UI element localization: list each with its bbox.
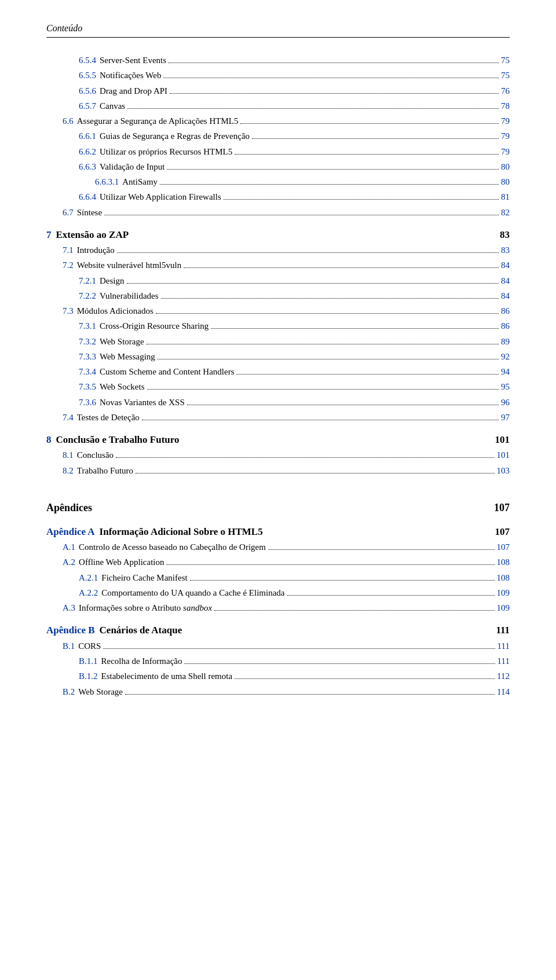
toc-entry: 7.3.5Web Sockets95 bbox=[46, 380, 510, 394]
chapter-heading: 8Conclusão e Trabalho Futuro101 bbox=[46, 432, 510, 447]
toc-entry: 6.6.3Validação de Input80 bbox=[46, 160, 510, 174]
toc-page-number: 84 bbox=[501, 274, 510, 288]
toc-entry-text: Informações sobre o Atributo sandbox bbox=[79, 601, 212, 615]
toc-entry-label: 6.7 bbox=[63, 206, 74, 219]
appendix-chapter-label: Apêndice B bbox=[46, 623, 95, 638]
toc-entry-text: CORS bbox=[78, 640, 101, 653]
toc-page-number: 109 bbox=[497, 586, 510, 600]
toc-entry-text: Testes de Deteção bbox=[77, 411, 140, 424]
toc-entry-text: Web Storage bbox=[78, 685, 123, 699]
toc-entry-text: Conclusão bbox=[77, 449, 114, 462]
toc-entry-label: 8.2 bbox=[63, 464, 74, 478]
toc-entry: 6.6Assegurar a Segurança de Aplicações H… bbox=[46, 115, 510, 128]
appendix-chapter-heading: Apêndice AInformação Adicional Sobre o H… bbox=[46, 524, 510, 539]
toc-entry-label: 7.2.2 bbox=[79, 289, 96, 303]
toc-entry-label: 6.6.4 bbox=[79, 190, 96, 204]
toc-dots bbox=[252, 138, 499, 139]
toc-dots bbox=[160, 184, 499, 185]
toc-entry: 7.2.2Vulnerabilidades84 bbox=[46, 289, 510, 303]
toc-entry-text: Estabelecimento de uma Shell remota bbox=[101, 670, 233, 683]
toc-dots bbox=[161, 298, 499, 299]
toc-page-number: 75 bbox=[501, 69, 510, 82]
toc-page-number: 79 bbox=[501, 115, 510, 128]
toc-entry-label: 6.5.5 bbox=[79, 69, 96, 82]
toc-dots bbox=[235, 678, 495, 679]
appendix-chapter-page: 111 bbox=[496, 623, 510, 638]
toc-page-number: 81 bbox=[501, 190, 510, 204]
toc-entry: 7.1Introdução83 bbox=[46, 244, 510, 257]
toc-page-number: 84 bbox=[501, 289, 510, 303]
toc-dots bbox=[184, 267, 499, 268]
toc-dots bbox=[235, 154, 499, 155]
chapter-heading: 7Extensão ao ZAP83 bbox=[46, 227, 510, 243]
toc-entry-label: 6.5.7 bbox=[79, 100, 96, 113]
appendix-chapter-heading: Apêndice BCenários de Ataque111 bbox=[46, 623, 510, 638]
toc-dots bbox=[103, 648, 495, 649]
toc-page-number: 78 bbox=[501, 100, 510, 113]
toc-entry-label: 8.1 bbox=[63, 449, 74, 462]
toc-entry-label: A.2.1 bbox=[79, 571, 98, 585]
toc-dots bbox=[116, 457, 494, 458]
toc-entry-label: A.2 bbox=[63, 556, 75, 569]
toc-page-number: 80 bbox=[501, 175, 510, 189]
toc-page-number: 95 bbox=[501, 380, 510, 394]
toc-entry-text: Vulnerabilidades bbox=[100, 289, 159, 303]
toc-page-number: 108 bbox=[497, 556, 510, 569]
toc-page-number: 94 bbox=[501, 365, 510, 379]
toc-page-number: 80 bbox=[501, 160, 510, 174]
toc-entry-text: Web Messaging bbox=[100, 350, 155, 364]
toc-entry: 8.2Trabalho Futuro103 bbox=[46, 464, 510, 478]
toc-entry-text: Novas Variantes de XSS bbox=[100, 396, 185, 409]
toc-entry: 6.6.4Utilizar Web Application Firewalls8… bbox=[46, 190, 510, 204]
toc-entry-label: 7.3.5 bbox=[79, 380, 96, 394]
chapter-number: 7 bbox=[46, 227, 52, 243]
toc-entry-label: 6.6.1 bbox=[79, 130, 96, 143]
toc-container: 6.5.4Server-Sent Events756.5.5Notificaçõ… bbox=[46, 54, 510, 699]
toc-dots bbox=[147, 389, 499, 390]
toc-dots bbox=[166, 564, 494, 565]
toc-entry: A.1Controlo de Acesso baseado no Cabeçal… bbox=[46, 541, 510, 554]
chapter-title: Extensão ao ZAP bbox=[56, 227, 500, 243]
toc-dots bbox=[147, 344, 499, 344]
toc-entry: 6.5.7Canvas78 bbox=[46, 100, 510, 113]
toc-entry-text: Recolha de Informação bbox=[101, 655, 182, 668]
toc-entry: 7.3.2Web Storage89 bbox=[46, 335, 510, 348]
toc-entry-text: Server-Sent Events bbox=[100, 54, 166, 67]
toc-entry-label: 7.3.2 bbox=[79, 335, 96, 348]
toc-entry-text: Design bbox=[100, 274, 125, 288]
toc-entry-text: Assegurar a Segurança de Aplicações HTML… bbox=[77, 115, 239, 128]
appendix-chapter-label: Apêndice A bbox=[46, 524, 95, 539]
toc-entry: 6.5.5Notificações Web75 bbox=[46, 69, 510, 82]
toc-entry: 6.6.3.1AntiSamy80 bbox=[46, 175, 510, 189]
toc-entry-text: Website vulnerável html5vuln bbox=[77, 259, 181, 272]
toc-entry-label: B.1.2 bbox=[79, 670, 98, 683]
toc-entry: 7.3.6Novas Variantes de XSS96 bbox=[46, 396, 510, 409]
toc-entry-label: 7.3.4 bbox=[79, 365, 96, 379]
chapter-page: 83 bbox=[500, 227, 510, 243]
toc-page-number: 84 bbox=[501, 259, 510, 272]
appendix-chapter-title: Cenários de Ataque bbox=[100, 623, 496, 638]
toc-entry-text: Introdução bbox=[77, 244, 115, 257]
toc-dots bbox=[184, 663, 495, 664]
toc-entry: 6.6.1Guias de Segurança e Regras de Prev… bbox=[46, 130, 510, 143]
toc-entry: 6.6.2Utilizar os próprios Recursos HTML5… bbox=[46, 145, 510, 159]
toc-page-number: 111 bbox=[498, 640, 510, 653]
toc-entry: A.2.1Ficheiro Cache Manifest108 bbox=[46, 571, 510, 585]
appendix-chapter-page: 107 bbox=[495, 524, 510, 539]
toc-entry: 7.4Testes de Deteção97 bbox=[46, 411, 510, 424]
toc-dots bbox=[240, 123, 499, 124]
toc-page-number: 107 bbox=[497, 541, 510, 554]
toc-entry-label: 6.5.4 bbox=[79, 54, 96, 67]
appendices-page: 107 bbox=[494, 500, 510, 516]
toc-dots bbox=[127, 108, 499, 109]
toc-entry-label: 7.4 bbox=[63, 411, 74, 424]
toc-dots bbox=[214, 610, 494, 611]
toc-page-number: 92 bbox=[501, 350, 510, 364]
toc-entry-label: 6.6.3.1 bbox=[95, 175, 119, 189]
toc-dots bbox=[158, 359, 499, 359]
toc-entry: 6.7Síntese82 bbox=[46, 206, 510, 219]
toc-entry-label: 7.3.1 bbox=[79, 320, 96, 333]
toc-entry-label: 7.2 bbox=[63, 259, 74, 272]
toc-page-number: 103 bbox=[497, 464, 510, 478]
appendices-label: Apêndices bbox=[46, 500, 494, 516]
